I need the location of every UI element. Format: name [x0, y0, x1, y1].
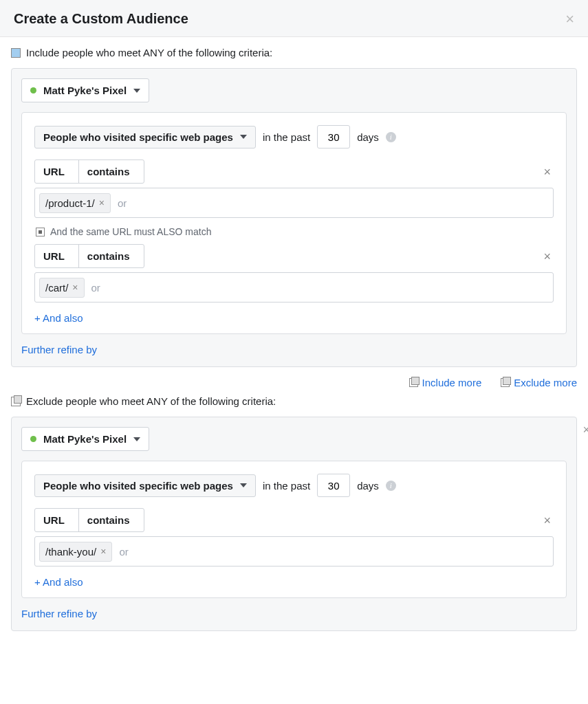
- tag-text: /cart/: [45, 282, 68, 294]
- exclude-rule-box: × Matt Pyke's Pixel People who visited s…: [11, 417, 577, 631]
- close-icon[interactable]: ×: [565, 12, 574, 27]
- url-field-dropdown[interactable]: URL: [35, 245, 78, 267]
- tag-text: /thank-you/: [45, 546, 96, 558]
- exclude-inner-panel: People who visited specific web pages in…: [21, 461, 567, 598]
- url-tag-input-2[interactable]: /cart/ × or: [34, 272, 554, 302]
- contains-label: contains: [87, 250, 130, 262]
- remove-exclude-icon[interactable]: ×: [582, 423, 588, 437]
- url-operator-dropdown[interactable]: URL contains: [34, 508, 144, 532]
- days-input[interactable]: [317, 474, 350, 497]
- include-section: Include people who meet ANY of the follo…: [0, 37, 588, 367]
- modal-header: Create a Custom Audience ×: [0, 0, 588, 37]
- remove-rule-icon[interactable]: ×: [543, 514, 551, 528]
- remove-rule-icon[interactable]: ×: [543, 165, 551, 179]
- chevron-down-icon: [240, 483, 247, 487]
- days-label: days: [357, 480, 379, 492]
- include-rule-box: Matt Pyke's Pixel People who visited spe…: [11, 68, 577, 367]
- further-refine-link[interactable]: Further refine by: [21, 344, 567, 355]
- or-hint: or: [113, 546, 133, 558]
- exclude-section: Exclude people who meet ANY of the follo…: [0, 390, 588, 641]
- tag-text: /product-1/: [45, 197, 95, 209]
- pixel-dropdown[interactable]: Matt Pyke's Pixel: [21, 427, 149, 451]
- visitor-condition-dropdown[interactable]: People who visited specific web pages: [34, 474, 256, 497]
- url-field-label: URL: [43, 250, 65, 262]
- url-rule-block-1: URL contains × /product-1/ × or: [34, 160, 554, 218]
- or-hint: or: [112, 197, 132, 209]
- remove-tag-icon[interactable]: ×: [99, 197, 105, 208]
- url-contains-dropdown[interactable]: contains: [79, 160, 144, 183]
- url-field-dropdown[interactable]: URL: [35, 160, 78, 183]
- url-field-dropdown[interactable]: URL: [35, 509, 78, 531]
- pixel-dropdown[interactable]: Matt Pyke's Pixel: [21, 78, 149, 102]
- chevron-down-icon: [240, 135, 247, 139]
- url-contains-dropdown[interactable]: contains: [79, 509, 144, 531]
- url-tag-input[interactable]: /thank-you/ × or: [34, 536, 554, 566]
- chevron-down-icon: [133, 437, 140, 441]
- and-also-link[interactable]: + And also: [34, 312, 554, 324]
- pixel-name: Matt Pyke's Pixel: [43, 85, 127, 96]
- url-tag[interactable]: /cart/ ×: [39, 278, 85, 298]
- days-label: days: [357, 131, 379, 143]
- info-icon[interactable]: i: [386, 132, 396, 142]
- contains-label: contains: [87, 166, 130, 177]
- exclude-more-icon: [501, 378, 510, 387]
- also-match-text: And the same URL must ALSO match: [50, 226, 211, 237]
- days-input[interactable]: [317, 125, 350, 148]
- include-criteria-row: Include people who meet ANY of the follo…: [11, 47, 577, 58]
- exclude-more-text: Exclude more: [514, 377, 577, 388]
- include-criteria-label: Include people who meet ANY of the follo…: [26, 47, 272, 58]
- url-rule-block-2: URL contains × /cart/ × or: [34, 244, 554, 302]
- chevron-down-icon: [133, 89, 140, 93]
- remove-tag-icon[interactable]: ×: [100, 546, 106, 557]
- and-also-link[interactable]: + And also: [34, 576, 554, 588]
- include-inner-panel: People who visited specific web pages in…: [21, 112, 567, 334]
- condition-label: People who visited specific web pages: [43, 480, 233, 492]
- also-match-icon: [36, 228, 45, 236]
- pixel-name: Matt Pyke's Pixel: [43, 433, 127, 445]
- url-tag[interactable]: /product-1/ ×: [39, 193, 111, 213]
- info-icon[interactable]: i: [386, 481, 396, 491]
- url-field-label: URL: [43, 166, 65, 177]
- further-refine-link[interactable]: Further refine by: [21, 608, 567, 619]
- include-more-text: Include more: [422, 377, 482, 388]
- include-more-icon: [409, 378, 418, 387]
- exclude-criteria-row: Exclude people who meet ANY of the follo…: [11, 395, 577, 407]
- url-field-label: URL: [43, 514, 65, 526]
- status-dot-icon: [30, 87, 36, 94]
- include-icon: [11, 48, 21, 58]
- url-operator-dropdown-2[interactable]: URL contains: [34, 244, 144, 268]
- remove-rule-icon[interactable]: ×: [543, 250, 551, 264]
- remove-tag-icon[interactable]: ×: [72, 282, 78, 293]
- url-contains-dropdown[interactable]: contains: [79, 245, 144, 267]
- url-tag[interactable]: /thank-you/ ×: [39, 542, 112, 562]
- contains-label: contains: [87, 514, 130, 526]
- visitor-condition-dropdown[interactable]: People who visited specific web pages: [34, 126, 256, 148]
- also-match-label-row: And the same URL must ALSO match: [36, 226, 554, 237]
- url-rule-block: URL contains × /thank-you/ × or: [34, 508, 554, 566]
- condition-row: People who visited specific web pages in…: [34, 474, 554, 497]
- modal-title: Create a Custom Audience: [14, 11, 188, 27]
- status-dot-icon: [30, 436, 36, 442]
- include-more-link[interactable]: Include more: [409, 377, 482, 388]
- exclude-criteria-label: Exclude people who meet ANY of the follo…: [26, 395, 276, 407]
- past-prefix: in the past: [263, 131, 310, 143]
- pixel-select-row: Matt Pyke's Pixel: [21, 78, 567, 102]
- exclude-more-link[interactable]: Exclude more: [501, 377, 577, 388]
- url-operator-dropdown[interactable]: URL contains: [34, 160, 144, 184]
- exclude-icon: [11, 397, 21, 406]
- condition-row: People who visited specific web pages in…: [34, 125, 554, 148]
- past-prefix: in the past: [263, 480, 310, 492]
- pixel-select-row: Matt Pyke's Pixel: [21, 427, 567, 451]
- more-actions-row: Include more Exclude more: [0, 367, 588, 390]
- or-hint: or: [86, 282, 106, 294]
- condition-label: People who visited specific web pages: [43, 131, 233, 143]
- url-tag-input[interactable]: /product-1/ × or: [34, 188, 554, 218]
